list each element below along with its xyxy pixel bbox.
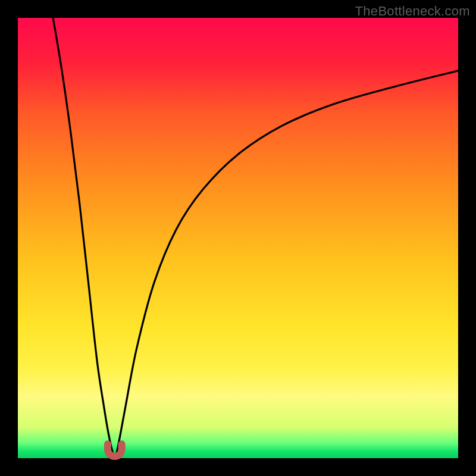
bottleneck-curve-chart <box>0 0 476 476</box>
attribution-watermark: TheBottleneck.com <box>355 4 470 19</box>
